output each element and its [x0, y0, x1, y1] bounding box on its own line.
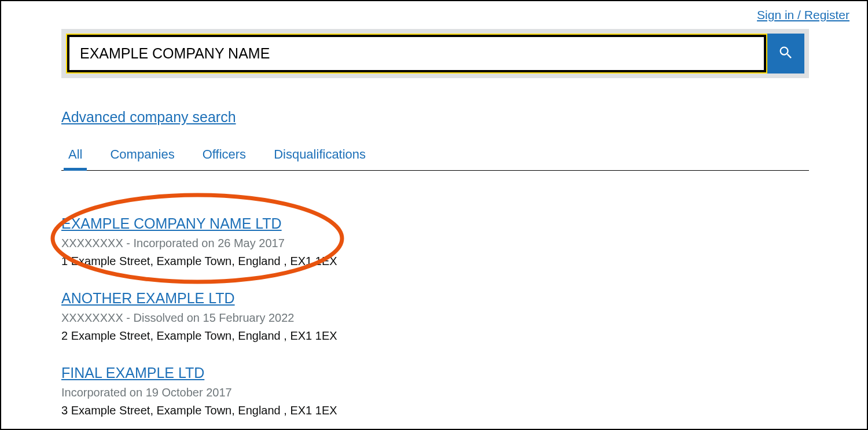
result-address: 1 Example Street, Example Town, England … — [61, 255, 809, 268]
result-item: FINAL EXAMPLE LTD Incorporated on 19 Oct… — [61, 365, 809, 417]
tab-all[interactable]: All — [68, 140, 82, 170]
result-title-link[interactable]: ANOTHER EXAMPLE LTD — [61, 290, 235, 306]
result-meta: XXXXXXXX - Incorporated on 26 May 2017 — [61, 237, 809, 250]
header-links: Sign in / Register — [757, 8, 849, 22]
search-container — [61, 29, 809, 78]
result-item: ANOTHER EXAMPLE LTD XXXXXXXX - Dissolved… — [61, 290, 809, 343]
tab-officers[interactable]: Officers — [203, 140, 246, 170]
result-address: 3 Example Street, Example Town, England … — [61, 404, 809, 417]
sign-in-link[interactable]: Sign in / Register — [757, 8, 849, 21]
search-input-wrap — [66, 34, 767, 73]
search-input[interactable] — [67, 35, 766, 72]
result-meta: XXXXXXXX - Dissolved on 15 February 2022 — [61, 311, 809, 325]
result-item: EXAMPLE COMPANY NAME LTD XXXXXXXX - Inco… — [61, 215, 809, 268]
results-list: EXAMPLE COMPANY NAME LTD XXXXXXXX - Inco… — [61, 215, 809, 430]
search-icon — [778, 45, 794, 63]
tab-companies[interactable]: Companies — [110, 140, 174, 170]
result-title-link[interactable]: FINAL EXAMPLE LTD — [61, 365, 204, 381]
tabs: All Companies Officers Disqualifications — [61, 140, 809, 171]
tab-disqualifications[interactable]: Disqualifications — [274, 140, 366, 170]
search-button[interactable] — [767, 34, 804, 73]
advanced-search-link[interactable]: Advanced company search — [61, 109, 236, 125]
result-title-link[interactable]: EXAMPLE COMPANY NAME LTD — [61, 215, 282, 231]
advanced-search-link-container: Advanced company search — [61, 109, 236, 126]
result-meta: Incorporated on 19 October 2017 — [61, 386, 809, 399]
result-address: 2 Example Street, Example Town, England … — [61, 329, 809, 343]
